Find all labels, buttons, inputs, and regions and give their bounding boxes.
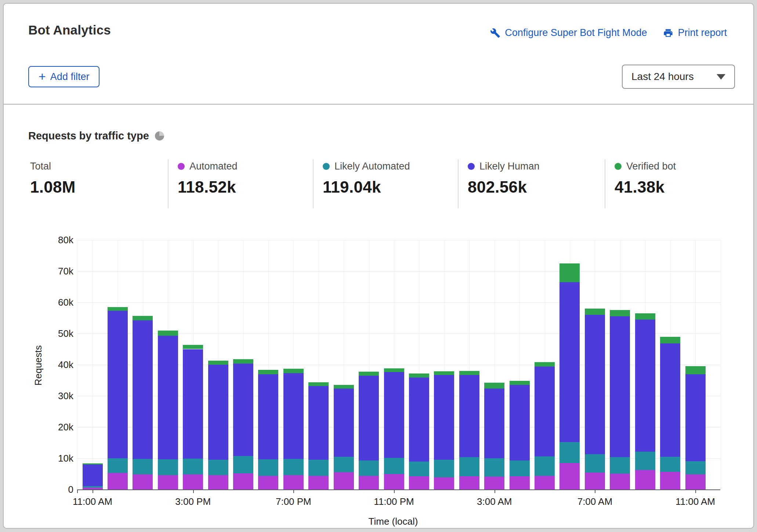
bar-segment-verified-bot (559, 263, 580, 282)
bar-segment-automated (258, 476, 278, 489)
chart-gridline-horizontal (77, 271, 720, 272)
bar-segment-likely-human (108, 311, 128, 458)
section-title: Requests by traffic type (28, 130, 149, 142)
chart-gridline-vertical (344, 240, 344, 489)
x-axis-tick-label: 3:00 PM (175, 496, 211, 507)
bar-segment-automated (459, 476, 479, 489)
chart-gridline-vertical (469, 240, 470, 489)
chart-gridline-vertical (721, 240, 721, 489)
bar-segment-verified-bot (484, 383, 504, 388)
bar-segment-automated (108, 473, 128, 489)
chart-gridline-horizontal (77, 240, 720, 240)
bar-segment-likely-automated (685, 461, 706, 475)
bar-segment-automated (559, 463, 580, 489)
bar-segment-likely-automated (359, 460, 379, 476)
bar-segment-verified-bot (183, 345, 203, 349)
stat-likely-human-label: Likely Human (479, 161, 540, 172)
print-report-link[interactable]: Print report (663, 27, 727, 39)
chart-gridline-vertical (394, 240, 394, 489)
chart-gridline-vertical (695, 240, 696, 489)
bar-segment-likely-human (434, 375, 454, 460)
x-axis-title: Time (local) (369, 516, 418, 527)
bar-segment-automated (484, 477, 504, 489)
y-axis-tick-label: 50k (33, 328, 73, 339)
likely-human-legend-dot (468, 163, 475, 170)
bar-segment-automated (585, 473, 605, 489)
chart-gridline-horizontal (77, 427, 720, 427)
bar-segment-automated (409, 476, 429, 489)
chart-gridline-vertical (620, 240, 620, 489)
x-axis-tick-label: 7:00 PM (276, 496, 311, 507)
bar-segment-likely-human (308, 386, 329, 460)
y-axis-tick-label: 20k (33, 422, 73, 433)
x-axis-tick (193, 490, 194, 493)
bar-segment-automated (83, 488, 103, 489)
chart-gridline-vertical (143, 240, 143, 489)
bar-segment-likely-human (334, 389, 354, 457)
chart-gridline-vertical (495, 240, 495, 489)
bar-segment-likely-human (208, 365, 228, 460)
bar-segment-likely-human (158, 336, 178, 459)
bar-segment-verified-bot (535, 362, 555, 367)
stat-verified-bot-value: 41.38k (615, 178, 676, 196)
x-axis-line (77, 489, 720, 490)
bar-segment-likely-human (183, 349, 203, 459)
bot-analytics-card: Bot Analytics Configure Super Bot Fight … (3, 3, 754, 529)
chart-gridline-vertical (645, 240, 645, 489)
bar-segment-automated (660, 472, 680, 489)
bar-segment-likely-human (233, 364, 253, 456)
bar-segment-likely-automated (535, 456, 555, 476)
x-axis-tick-label: 11:00 PM (374, 496, 414, 507)
bar-segment-verified-bot (685, 366, 706, 374)
page-title: Bot Analytics (28, 23, 111, 37)
bar-segment-automated (133, 474, 153, 489)
print-link-label: Print report (678, 27, 727, 39)
bar-segment-likely-human (510, 385, 530, 460)
chart-gridline-vertical (117, 240, 118, 489)
chart-gridline-vertical (319, 240, 319, 489)
chart-gridline-vertical (444, 240, 445, 489)
verified-bot-legend-dot (615, 163, 622, 170)
chart-gridline-vertical (293, 240, 294, 489)
chart-gridline-vertical (519, 240, 520, 489)
wrench-icon (490, 28, 500, 38)
bar-segment-likely-human (535, 367, 555, 456)
bar-segment-verified-bot (409, 374, 429, 378)
bar-segment-automated (308, 476, 329, 489)
stat-divider (313, 159, 314, 208)
bar-segment-verified-bot (158, 331, 178, 336)
stat-automated: Automated 118.52k (178, 161, 238, 196)
bar-segment-likely-automated (409, 462, 429, 476)
bar-segment-verified-bot (660, 337, 680, 344)
bar-segment-likely-human (283, 373, 304, 459)
bar-segment-verified-bot (359, 372, 379, 376)
chart-gridline-vertical (93, 240, 93, 489)
y-axis-tick-label: 80k (33, 234, 73, 246)
bar-segment-automated (635, 470, 655, 489)
bar-segment-verified-bot (208, 361, 228, 365)
chart-gridline-vertical (570, 240, 570, 489)
bar-segment-automated (384, 474, 404, 489)
chart-gridline-vertical (193, 240, 193, 489)
bar-segment-likely-automated (660, 457, 680, 472)
likely-automated-legend-dot (323, 163, 330, 170)
bar-segment-automated (685, 474, 706, 489)
bar-segment-likely-human (258, 374, 278, 459)
stat-likely-human-value: 802.56k (468, 178, 540, 196)
chart-gridline-vertical (670, 240, 671, 489)
chart-gridline-horizontal (77, 458, 720, 459)
x-axis-tick (495, 490, 495, 493)
bar-segment-likely-automated (334, 457, 354, 473)
bar-segment-likely-automated (610, 457, 630, 473)
chart-gridline-horizontal (77, 334, 720, 334)
bar-segment-likely-automated (208, 460, 228, 475)
y-axis-tick-label: 0 (33, 484, 73, 495)
time-range-dropdown[interactable]: Last 24 hours (622, 65, 735, 89)
add-filter-button[interactable]: + Add filter (28, 66, 99, 87)
chart-gridline-vertical (243, 240, 244, 489)
chart-gridline-vertical (545, 240, 545, 489)
chart-gridline-horizontal (77, 302, 720, 303)
bar-segment-likely-automated (585, 454, 605, 473)
configure-super-bot-fight-mode-link[interactable]: Configure Super Bot Fight Mode (490, 27, 647, 39)
chevron-down-icon (717, 74, 725, 80)
